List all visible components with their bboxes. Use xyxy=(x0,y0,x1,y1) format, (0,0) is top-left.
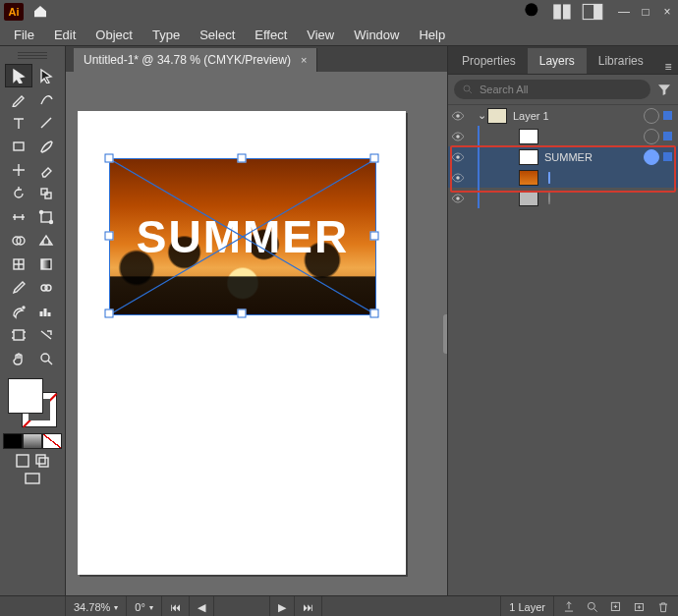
selection-handle[interactable] xyxy=(105,232,114,241)
menu-select[interactable]: Select xyxy=(190,26,245,44)
zoom-level[interactable]: 34.78%▾ xyxy=(66,596,127,616)
panel-menu-button[interactable]: ≡ xyxy=(658,60,678,74)
selection-handle[interactable] xyxy=(238,309,247,318)
mesh-tool[interactable] xyxy=(5,252,32,276)
menu-effect[interactable]: Effect xyxy=(245,26,297,44)
target-button[interactable] xyxy=(644,108,659,124)
free-transform-tool[interactable] xyxy=(32,205,60,229)
artboard[interactable]: SUMMER xyxy=(78,111,406,575)
vertical-scrollbar[interactable] xyxy=(443,314,447,354)
fill-stroke-control[interactable] xyxy=(6,376,59,429)
locate-object-icon[interactable] xyxy=(586,600,599,614)
zoom-tool[interactable] xyxy=(32,347,60,370)
target-button[interactable] xyxy=(548,193,550,204)
visibility-toggle[interactable] xyxy=(448,150,468,164)
color-mode-swatch[interactable] xyxy=(3,433,23,449)
target-button[interactable] xyxy=(548,172,550,184)
menu-window[interactable]: Window xyxy=(344,26,409,44)
screen-mode-button[interactable] xyxy=(25,471,40,486)
menu-type[interactable]: Type xyxy=(142,26,190,44)
curvature-tool[interactable] xyxy=(32,87,60,111)
artboard-number[interactable] xyxy=(214,596,270,616)
rotate-view[interactable]: 0°▾ xyxy=(127,596,162,616)
shaper-tool[interactable] xyxy=(5,158,32,182)
direct-selection-tool[interactable] xyxy=(32,64,60,87)
layer-row[interactable] xyxy=(448,188,678,208)
hand-tool[interactable] xyxy=(5,347,32,370)
document-viewport[interactable]: SUMMER xyxy=(66,72,447,595)
width-tool[interactable] xyxy=(5,205,32,229)
symbol-sprayer-tool[interactable] xyxy=(5,300,32,323)
type-tool[interactable] xyxy=(5,111,32,135)
perspective-tool[interactable] xyxy=(32,229,60,252)
color-mode-swatch[interactable] xyxy=(23,433,42,449)
home-button[interactable] xyxy=(28,2,53,22)
selection-handle[interactable] xyxy=(238,154,247,163)
new-layer-icon[interactable] xyxy=(633,600,647,614)
gradient-tool[interactable] xyxy=(32,252,60,276)
selection-handle[interactable] xyxy=(370,309,379,318)
export-icon[interactable] xyxy=(562,600,576,614)
scale-tool[interactable] xyxy=(32,182,60,205)
panel-tab-properties[interactable]: Properties xyxy=(450,48,528,74)
artboard-nav-first[interactable]: ⏮ xyxy=(162,596,190,616)
layer-row[interactable] xyxy=(448,126,678,146)
visibility-toggle[interactable] xyxy=(448,130,468,143)
line-tool[interactable] xyxy=(32,111,60,135)
target-button[interactable] xyxy=(644,149,659,165)
document-tab[interactable]: Untitled-1* @ 34.78 % (CMYK/Preview) × xyxy=(74,48,317,72)
new-sublayer-icon[interactable] xyxy=(609,600,623,614)
menu-edit[interactable]: Edit xyxy=(44,26,85,44)
column-graph-tool[interactable] xyxy=(32,300,60,323)
placed-image[interactable]: SUMMER xyxy=(109,158,376,315)
layer-name[interactable]: SUMMER xyxy=(544,151,640,163)
blend-tool[interactable] xyxy=(32,276,60,300)
selection-tool[interactable] xyxy=(5,64,32,87)
window-maximize-button[interactable]: □ xyxy=(635,3,656,21)
paintbrush-tool[interactable] xyxy=(32,135,60,158)
layer-row[interactable]: ⌄ Layer 1 xyxy=(448,105,678,126)
fill-swatch[interactable] xyxy=(8,378,43,414)
eraser-tool[interactable] xyxy=(32,158,60,182)
artboard-tool[interactable] xyxy=(5,323,32,347)
arrange-documents-button[interactable] xyxy=(550,2,576,22)
workspace-switcher-button[interactable] xyxy=(580,2,605,22)
layer-twisty[interactable]: ⌄ xyxy=(476,109,487,122)
color-mode-swatch[interactable] xyxy=(42,433,62,449)
artboard-nav-last[interactable]: ⏭ xyxy=(295,596,322,616)
slice-tool[interactable] xyxy=(32,323,60,347)
visibility-toggle[interactable] xyxy=(448,192,468,205)
target-button[interactable] xyxy=(644,129,659,144)
layer-name[interactable]: Layer 1 xyxy=(513,110,640,122)
visibility-toggle[interactable] xyxy=(448,171,468,185)
layer-name[interactable] xyxy=(544,193,678,204)
layer-row[interactable] xyxy=(448,167,678,188)
selection-handle[interactable] xyxy=(370,232,379,241)
selection-handle[interactable] xyxy=(105,309,114,318)
rectangle-tool[interactable] xyxy=(5,135,32,158)
delete-layer-icon[interactable] xyxy=(656,600,670,614)
eyedropper-tool[interactable] xyxy=(5,276,32,300)
menu-help[interactable]: Help xyxy=(409,26,455,44)
artboard-nav-prev[interactable]: ◀ xyxy=(190,596,214,616)
selection-handle[interactable] xyxy=(105,154,114,163)
layers-search-input[interactable]: Search All xyxy=(454,80,650,99)
toolbox-grip[interactable] xyxy=(13,50,52,60)
shape-builder-tool[interactable] xyxy=(5,229,32,252)
layer-row[interactable]: SUMMER xyxy=(448,146,678,167)
menu-file[interactable]: File xyxy=(4,26,44,44)
menu-view[interactable]: View xyxy=(297,26,344,44)
rotate-tool[interactable] xyxy=(5,182,32,205)
selection-handle[interactable] xyxy=(370,154,379,163)
window-close-button[interactable]: × xyxy=(656,3,678,21)
visibility-toggle[interactable] xyxy=(448,109,468,123)
panel-tab-layers[interactable]: Layers xyxy=(528,48,587,74)
artboard-nav-next[interactable]: ▶ xyxy=(270,596,295,616)
draw-mode-behind[interactable] xyxy=(34,453,50,469)
draw-mode-normal[interactable] xyxy=(15,453,30,469)
window-minimize-button[interactable]: — xyxy=(613,3,635,21)
filter-icon[interactable] xyxy=(656,82,672,97)
panel-tab-libraries[interactable]: Libraries xyxy=(587,48,655,74)
layer-name[interactable] xyxy=(544,172,678,184)
pen-tool[interactable] xyxy=(5,87,32,111)
